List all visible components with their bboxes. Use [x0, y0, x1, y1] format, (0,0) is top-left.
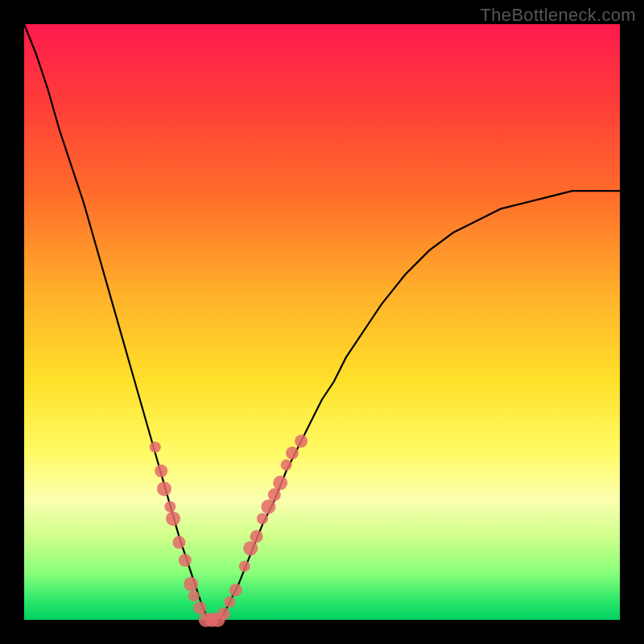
marker-dot [239, 560, 250, 572]
marker-dot [243, 541, 258, 555]
marker-dot [155, 464, 167, 477]
marker-dot [261, 499, 275, 514]
marker-dot [164, 501, 175, 512]
marker-group [150, 435, 308, 627]
marker-dot [184, 577, 198, 592]
marker-dot [166, 511, 180, 526]
marker-dot [179, 554, 192, 567]
marker-dot [295, 435, 308, 448]
marker-dot [229, 584, 242, 597]
marker-dot [268, 489, 281, 502]
marker-dot [286, 447, 299, 460]
plot-area [24, 24, 620, 620]
chart-svg [24, 24, 620, 620]
marker-dot [150, 441, 161, 452]
marker-dot [250, 530, 263, 543]
marker-dot [217, 608, 230, 621]
marker-dot [172, 536, 185, 549]
marker-dot [281, 460, 292, 471]
marker-dot [188, 590, 200, 601]
marker-dot [157, 481, 171, 496]
marker-dot [224, 597, 235, 608]
marker-dot [193, 601, 206, 614]
marker-dot [257, 513, 268, 524]
bottleneck-curve [24, 24, 620, 620]
chart-container: TheBottleneck.com [0, 0, 644, 644]
watermark-text: TheBottleneck.com [481, 5, 636, 26]
marker-dot [273, 476, 287, 490]
